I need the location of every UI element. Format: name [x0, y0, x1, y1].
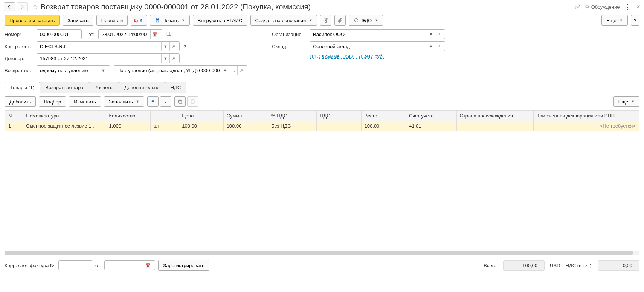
- tab-goods[interactable]: Товары (1): [5, 82, 40, 93]
- ellipsis-icon[interactable]: …: [229, 66, 237, 75]
- cell-n[interactable]: 1: [5, 121, 23, 131]
- col-vat-rate[interactable]: % НДС: [268, 111, 317, 121]
- correction-invoice-date-input[interactable]: 📅: [104, 260, 155, 270]
- tab-vat[interactable]: НДС: [165, 82, 187, 93]
- counterparty-label: Контрагент:: [5, 44, 33, 49]
- create-based-on-button[interactable]: Создать на основании ▼: [250, 15, 317, 26]
- tab-return-tare[interactable]: Возвратная тара: [40, 82, 89, 93]
- col-sum[interactable]: Сумма: [223, 111, 268, 121]
- open-ref-icon[interactable]: ↗: [435, 42, 443, 51]
- table-row[interactable]: 1 Сменное защитное лезвие 1.... 1,000 шт…: [5, 121, 639, 131]
- return-by-select[interactable]: ▼: [37, 65, 110, 75]
- cell-sum[interactable]: 100,00: [223, 121, 268, 131]
- number-input[interactable]: [37, 29, 82, 39]
- move-up-button[interactable]: [147, 96, 159, 107]
- open-ref-icon[interactable]: ↗: [169, 42, 177, 51]
- tab-settlements[interactable]: Расчеты: [89, 82, 119, 93]
- chevron-down-icon[interactable]: ▼: [427, 30, 435, 39]
- col-vat[interactable]: НДС: [317, 111, 361, 121]
- post-button[interactable]: Провести: [96, 15, 128, 26]
- favorite-icon[interactable]: [32, 4, 38, 10]
- document-posted-icon[interactable]: [166, 31, 171, 38]
- contract-input[interactable]: ▼ ↗: [37, 53, 180, 63]
- date-input[interactable]: 📅: [98, 29, 162, 39]
- copy-button[interactable]: [174, 96, 186, 107]
- date-from-label: от:: [85, 32, 95, 37]
- cell-account[interactable]: 41.01: [406, 121, 456, 131]
- cell-vat-rate[interactable]: Без НДС: [268, 121, 317, 131]
- calendar-icon[interactable]: 📅: [143, 261, 153, 270]
- correction-invoice-number-input[interactable]: [58, 260, 92, 270]
- counterparty-help-icon[interactable]: ?: [183, 44, 186, 49]
- warehouse-input[interactable]: ▼ ↗: [310, 41, 445, 51]
- pick-button[interactable]: Подбор: [39, 96, 66, 107]
- org-input[interactable]: ▼ ↗: [310, 29, 445, 39]
- cell-customs[interactable]: <Не требуется>: [600, 123, 636, 129]
- col-total[interactable]: Всего: [361, 111, 406, 121]
- cell-qty[interactable]: 1,000: [106, 121, 150, 131]
- cell-item[interactable]: Сменное защитное лезвие 1....: [23, 121, 106, 131]
- print-button[interactable]: Печать ▼: [150, 15, 190, 26]
- edo-button[interactable]: ЭДО ▼: [349, 15, 383, 26]
- cell-country[interactable]: [456, 121, 534, 131]
- fill-button[interactable]: Заполнить ▼: [104, 96, 144, 107]
- cell-price[interactable]: 100,00: [179, 121, 223, 131]
- nav-back-button[interactable]: [4, 2, 15, 11]
- col-price[interactable]: Цена: [179, 111, 223, 121]
- vat-total-label: НДС (в т.ч.):: [566, 263, 593, 268]
- save-button[interactable]: Записать: [63, 15, 93, 26]
- link-icon[interactable]: [575, 4, 580, 9]
- more-label: Еще: [606, 18, 616, 23]
- chevron-down-icon: ▼: [375, 18, 378, 22]
- receipt-input[interactable]: ▼ … ↗: [114, 65, 247, 75]
- discuss-button[interactable]: Обсуждение: [584, 4, 620, 10]
- chevron-down-icon[interactable]: ▼: [99, 66, 107, 75]
- help-button[interactable]: ?: [631, 15, 639, 26]
- kebab-menu-icon[interactable]: ⋮: [624, 3, 632, 11]
- open-ref-icon[interactable]: ↗: [435, 30, 443, 39]
- register-button[interactable]: Зарегистрировать: [158, 260, 209, 271]
- svg-rect-6: [326, 18, 328, 20]
- col-unit[interactable]: [150, 111, 179, 121]
- change-button[interactable]: Изменить: [69, 96, 101, 107]
- calendar-icon[interactable]: 📅: [150, 30, 160, 39]
- chevron-down-icon: ▼: [620, 18, 623, 22]
- chevron-down-icon[interactable]: ▼: [221, 66, 229, 75]
- chevron-down-icon[interactable]: ▼: [427, 42, 435, 51]
- chevron-down-icon[interactable]: ▼: [161, 42, 169, 51]
- table-more-button[interactable]: Еще ▼: [613, 96, 639, 107]
- cell-unit[interactable]: шт: [150, 121, 179, 131]
- dtkt-button[interactable]: ДтКт: [131, 15, 147, 26]
- counterparty-input[interactable]: ▼ ↗: [37, 41, 180, 51]
- close-icon[interactable]: ×: [636, 3, 640, 11]
- chevron-down-icon: ▼: [631, 100, 635, 103]
- cell-vat[interactable]: [317, 121, 361, 131]
- open-ref-icon[interactable]: ↗: [169, 54, 177, 63]
- col-qty[interactable]: Количество: [106, 111, 150, 121]
- cell-total[interactable]: 100,00: [361, 121, 406, 131]
- add-row-button[interactable]: Добавить: [5, 96, 36, 107]
- svg-rect-7: [325, 21, 327, 22]
- move-down-button[interactable]: [160, 96, 171, 107]
- svg-rect-5: [324, 18, 325, 20]
- more-button[interactable]: Еще ▼: [601, 15, 627, 26]
- col-account[interactable]: Счет учета: [406, 111, 456, 121]
- col-country[interactable]: Страна происхождения: [456, 111, 534, 121]
- post-and-close-button[interactable]: Провести и закрыть: [5, 15, 60, 26]
- attach-button[interactable]: [334, 15, 346, 26]
- return-by-label: Возврат по:: [5, 68, 33, 73]
- col-customs[interactable]: Таможенная декларация или РНП: [534, 111, 639, 121]
- vat-hyperlink[interactable]: НДС в сумме, USD = 78,947 руб.: [310, 53, 384, 59]
- correction-invoice-label: Корр. счет-фактура №: [5, 263, 55, 268]
- paste-button[interactable]: [187, 96, 198, 107]
- col-n[interactable]: N: [5, 111, 23, 121]
- horizontal-scrollbar[interactable]: [5, 251, 639, 255]
- open-ref-icon[interactable]: ↗: [237, 66, 245, 75]
- nav-forward-button[interactable]: [17, 2, 28, 11]
- tab-additional[interactable]: Дополнительно: [119, 82, 165, 93]
- export-egais-button[interactable]: Выгрузить в ЕГАИС: [193, 15, 247, 26]
- chevron-down-icon[interactable]: ▼: [161, 54, 169, 63]
- structure-button[interactable]: [320, 15, 331, 26]
- col-item[interactable]: Номенклатура: [23, 111, 106, 121]
- goods-table[interactable]: N Номенклатура Количество Цена Сумма % Н…: [5, 110, 639, 249]
